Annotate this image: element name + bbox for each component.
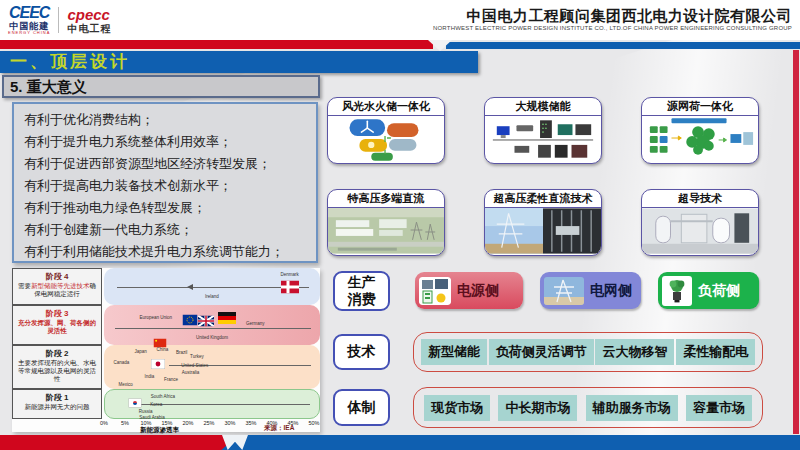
market-chip: 现货市场 <box>424 395 490 421</box>
load-side-tag: 负荷侧 <box>658 272 759 309</box>
source-side-label: 电源侧 <box>457 282 499 300</box>
cpecc-logo: cpecc 中电工程 <box>67 7 111 34</box>
right-red-stripe <box>793 50 799 434</box>
tech-box-storage: 大规模储能 <box>484 97 602 164</box>
phase-chart: 阶段 4 需要新型储能等先进技术确保电网稳定运行 Denmark Ireland… <box>12 268 320 432</box>
significance-panel: 有利于优化消费结构； 有利于提升电力系统整体利用效率； 有利于促进西部资源型地区… <box>12 102 318 263</box>
list-item: 有利于促进西部资源型地区经济转型发展； <box>24 153 316 175</box>
phase-band: Denmark Ireland <box>104 268 320 305</box>
market-chip: 中长期市场 <box>498 395 577 421</box>
list-item: 有利于推动电力绿色转型发展； <box>24 197 316 219</box>
list-item: 有利于提升电力系统整体利用效率； <box>24 131 316 153</box>
technology-chip: 新型储能 <box>421 339 487 365</box>
phase-label: 阶段 4 需要新型储能等先进技术确保电网稳定运行 <box>12 268 102 305</box>
red-strip <box>0 40 433 49</box>
cpecc-logo-cn: 中电工程 <box>67 24 111 34</box>
slide: CEEC 中国能建 ENERGY CHINA cpecc 中电工程 中国电力工程… <box>0 0 800 450</box>
phase-label: 阶段 3 充分发挥源、网、荷各侧的灵活性 <box>12 305 102 345</box>
energy-china-logo-en: ENERGY CHINA <box>8 31 50 35</box>
power-grid-icon <box>544 277 584 305</box>
section-banner: 一、顶层设计 <box>0 51 478 73</box>
grid-side-label: 电网侧 <box>590 282 632 300</box>
germany-flag-icon <box>218 312 236 324</box>
energy-china-logo-mark: CEEC <box>8 5 50 21</box>
power-source-icon <box>419 277 451 305</box>
company-name-block: 中国电力工程顾问集团西北电力设计院有限公司 NORTHWEST ELECTRIC… <box>433 7 792 32</box>
phase-row-2: 阶段 2 主要发挥现有的火电、水电等常规电源以及电网的灵活性 Japan Chi… <box>12 345 320 389</box>
energy-china-logo: CEEC 中国能建 ENERGY CHINA <box>8 5 50 35</box>
header: CEEC 中国能建 ENERGY CHINA cpecc 中电工程 中国电力工程… <box>0 0 800 40</box>
denmark-flag-icon <box>281 281 299 294</box>
logo-divider <box>58 7 59 33</box>
grid-side-tag: 电网侧 <box>540 272 641 309</box>
category-label-production-consumption: 生产 消费 <box>333 271 390 311</box>
logo-group: CEEC 中国能建 ENERGY CHINA cpecc 中电工程 <box>8 5 111 35</box>
load-side-label: 负荷侧 <box>698 282 740 300</box>
phase-band: Japan China Brazil Turkey Canada United … <box>104 345 320 389</box>
arrow-left-icon <box>187 284 193 290</box>
source-grid-load-illustration <box>642 116 758 162</box>
list-item: 有利于创建新一代电力系统； <box>24 219 316 241</box>
large-scale-storage-illustration <box>485 116 601 162</box>
list-item: 有利于提高电力装备技术创新水平； <box>24 175 316 197</box>
chart-source: 来源：IEA <box>264 424 294 433</box>
tech-box-integration: 风光水火储一体化 <box>327 97 445 164</box>
page-title: 5. 重大意义 <box>2 75 320 98</box>
superconducting-lab-illustration <box>642 208 758 254</box>
phase-label: 阶段 1 新能源并网无大的问题 <box>12 389 102 419</box>
section-title: 一、顶层设计 <box>10 52 130 71</box>
korea-flag-icon <box>128 398 141 407</box>
source-side-tag: 电源侧 <box>415 272 523 309</box>
phase-label: 阶段 2 主要发挥现有的火电、水电等常规电源以及电网的灵活性 <box>12 345 102 389</box>
technology-chip: 柔性输配电 <box>676 339 755 365</box>
wind-solar-hydro-thermal-storage-illustration <box>328 116 444 162</box>
uk-flag-icon <box>198 316 214 327</box>
tech-box-uhv-multiterminal-dc: 特高压多端直流 <box>327 189 445 256</box>
tech-box-flexible-hvdc: 超高压柔性直流技术 <box>484 189 602 256</box>
company-name-en: NORTHWEST ELECTRIC POWER DESIGN INSTITUT… <box>433 25 792 32</box>
phase-row-4: 阶段 4 需要新型储能等先进技术确保电网稳定运行 Denmark Ireland <box>12 268 320 305</box>
tech-box-grid: 风光水火储一体化 大规模储能 <box>327 97 759 256</box>
category-label-institution: 体制 <box>333 389 390 426</box>
list-item: 有利于优化消费结构； <box>24 109 316 131</box>
market-chip-bar: 现货市场 中长期市场 辅助服务市场 容量市场 <box>413 387 763 428</box>
phase-row-1: 阶段 1 新能源并网无大的问题 South Africa Korea Russi… <box>12 389 320 419</box>
list-item: 有利于利用储能技术提升电力系统调节能力； <box>24 241 316 263</box>
japan-flag-icon <box>151 359 165 369</box>
phase-band: South Africa Korea Russia Saudi Arabia <box>104 389 320 419</box>
tech-box-superconducting: 超导技术 <box>641 189 759 256</box>
category-label-technology: 技术 <box>333 334 390 370</box>
tech-box-source-grid-load: 源网荷一体化 <box>641 97 759 164</box>
x-axis-label: 新能源渗透率 <box>140 426 179 435</box>
technology-chip: 云大物移智 <box>595 339 674 365</box>
market-chip: 辅助服务市场 <box>586 395 678 421</box>
eu-flag-icon <box>183 315 198 326</box>
thin-blue-strip <box>446 42 800 49</box>
uhv-dc-station-illustration <box>328 208 444 254</box>
technology-chip: 负荷侧灵活调节 <box>489 339 594 365</box>
flexible-hvdc-illustration <box>485 208 601 254</box>
cpecc-logo-mark: cpecc <box>67 7 111 22</box>
market-chip: 容量市场 <box>686 395 752 421</box>
bottom-red-bar <box>0 435 238 450</box>
phase-band: European Union United Kingdom Germany <box>104 305 320 345</box>
green-load-bulb-icon <box>662 276 692 306</box>
technology-chip-bar: 新型储能 负荷侧灵活调节 云大物移智 柔性输配电 <box>413 332 763 372</box>
bottom-blue-bar <box>214 435 800 450</box>
company-name-cn: 中国电力工程顾问集团西北电力设计院有限公司 <box>433 7 792 25</box>
